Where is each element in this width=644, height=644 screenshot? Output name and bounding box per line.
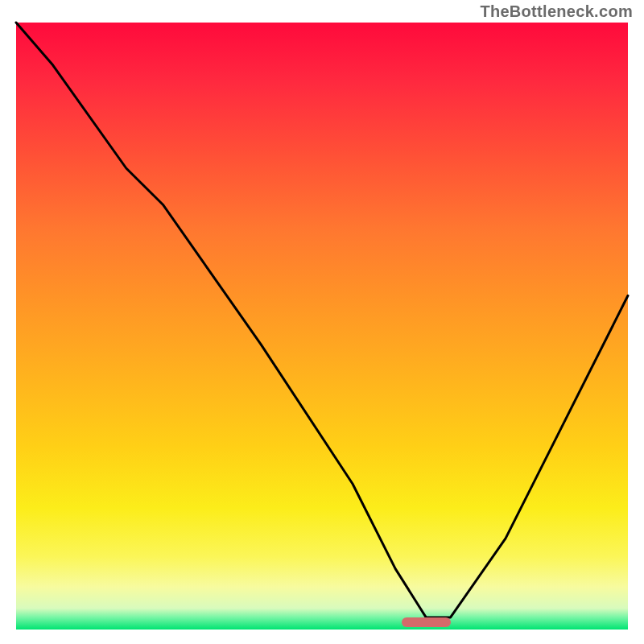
chart-stage: TheBottleneck.com — [0, 0, 644, 644]
plot-area — [16, 23, 628, 630]
optimal-range-marker — [402, 617, 451, 627]
bottleneck-curve — [16, 23, 628, 630]
curve-path — [16, 23, 628, 617]
attribution-label: TheBottleneck.com — [480, 3, 633, 19]
